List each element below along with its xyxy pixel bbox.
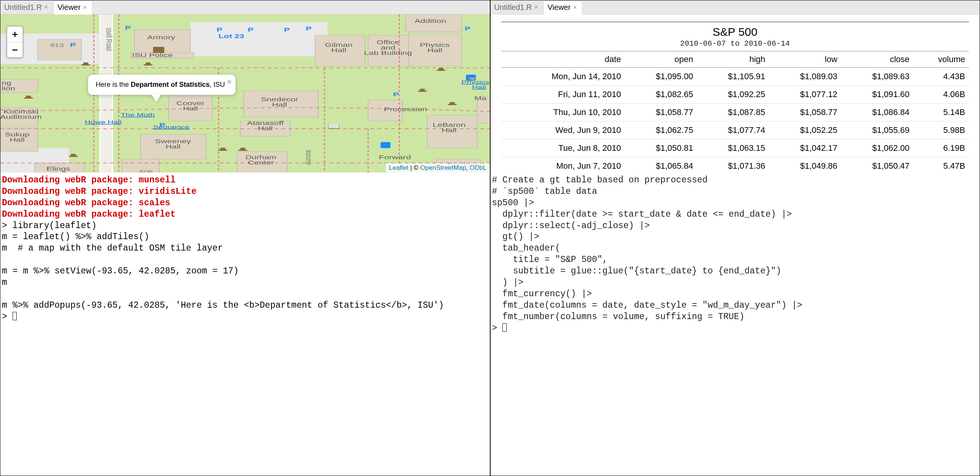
svg-text:DurhamCenter: DurhamCenter <box>245 154 276 165</box>
col-low: low <box>769 51 841 68</box>
svg-rect-40 <box>146 62 151 64</box>
svg-text:ISU Police: ISU Police <box>132 52 173 58</box>
svg-text:PhysicsHall: PhysicsHall <box>461 79 489 90</box>
map-attribution: Leaflet | © OpenStreetMap, ODbL <box>386 163 489 173</box>
map-viewer[interactable]: P P P P P P P P P <box>0 14 490 173</box>
left-tabs: Untitled1.R × Viewer × <box>0 0 490 14</box>
map-canvas: P P P P P P P P P <box>0 14 490 173</box>
table-title: S&P 500 <box>501 22 969 39</box>
svg-text:Armory: Armory <box>147 34 175 40</box>
svg-rect-46 <box>420 89 425 91</box>
table-row: Wed, Jun 9, 2010$1,062.75$1,077.74$1,052… <box>501 121 969 139</box>
svg-rect-37 <box>82 64 90 65</box>
svg-rect-34 <box>26 96 31 97</box>
svg-text:Howe Hall: Howe Hall <box>85 119 122 125</box>
table-viewer: S&P 500 2010-06-07 to 2010-06-14 dateope… <box>491 14 980 173</box>
svg-text:P: P <box>393 91 399 97</box>
svg-rect-48 <box>438 68 443 70</box>
svg-rect-43 <box>239 150 247 151</box>
r-console-left[interactable]: Downloading webR package: munsell Downlo… <box>0 173 490 476</box>
svg-rect-50 <box>450 102 455 104</box>
close-icon[interactable]: × <box>83 4 87 11</box>
svg-text:P: P <box>248 27 253 32</box>
svg-rect-47 <box>437 70 446 71</box>
svg-text:Aurora: Aurora <box>303 150 313 165</box>
table-row: Thu, Jun 10, 2010$1,058.77$1,087.85$1,05… <box>501 104 969 121</box>
popup-text-prefix: Here is the <box>96 81 131 88</box>
svg-rect-42 <box>220 148 225 150</box>
svg-text:606: 606 <box>140 169 153 173</box>
svg-text:Forward: Forward <box>379 154 411 160</box>
svg-text:P: P <box>70 42 76 48</box>
close-icon[interactable]: × <box>227 77 232 87</box>
col-high: high <box>697 51 769 68</box>
r-console-right[interactable]: # Create a gt table based on preprocesse… <box>491 173 980 476</box>
tab-label: Untitled1.R <box>4 3 42 12</box>
svg-rect-49 <box>448 104 457 105</box>
svg-rect-53 <box>380 142 390 148</box>
table-header-row: dateopenhighlowclosevolume <box>501 51 969 68</box>
col-close: close <box>841 51 913 68</box>
odbl-link[interactable]: ODbL <box>470 164 486 171</box>
svg-text:P: P <box>125 25 131 30</box>
table-row: Tue, Jun 8, 2010$1,050.81$1,063.15$1,042… <box>501 139 969 157</box>
popup-text-bold: Department of Statistics <box>131 81 210 88</box>
map-popup: × Here is the Department of Statistics, … <box>88 75 236 95</box>
col-volume: volume <box>913 51 969 68</box>
osm-link[interactable]: OpenStreetMap <box>420 164 466 171</box>
svg-text:P: P <box>217 27 222 32</box>
svg-text:813: 813 <box>50 42 64 48</box>
svg-rect-39 <box>144 64 152 65</box>
svg-text:KocimskiAuditorium: KocimskiAuditorium <box>0 109 42 120</box>
tab-untitled-left[interactable]: Untitled1.R × <box>0 0 53 14</box>
table-row: Mon, Jun 7, 2010$1,065.84$1,071.36$1,049… <box>501 157 969 173</box>
svg-text:P: P <box>465 26 470 31</box>
svg-rect-44 <box>240 148 245 150</box>
svg-text:P: P <box>306 26 311 31</box>
svg-text:Sequence: Sequence <box>153 124 190 130</box>
leaflet-link[interactable]: Leaflet <box>389 164 408 171</box>
svg-rect-35 <box>69 156 78 157</box>
left-pane: Untitled1.R × Viewer × <box>0 0 490 476</box>
sp500-table: dateopenhighlowclosevolume Mon, Jun 14, … <box>501 51 969 173</box>
popup-tail <box>151 94 162 102</box>
svg-text:P: P <box>284 27 290 32</box>
svg-text:ssell Road: ssell Road <box>104 28 114 51</box>
table-row: Fri, Jun 11, 2010$1,082.65$1,092.25$1,07… <box>501 86 969 104</box>
svg-text:Procession: Procession <box>384 106 427 112</box>
svg-rect-36 <box>71 154 76 156</box>
right-tabs: Untitled1.R × Viewer × <box>491 0 980 14</box>
svg-text:Ma: Ma <box>475 95 487 101</box>
svg-rect-38 <box>83 62 88 64</box>
tab-viewer-right[interactable]: Viewer × <box>543 0 582 14</box>
close-icon[interactable]: × <box>44 3 48 11</box>
tab-label: Viewer <box>547 3 571 12</box>
svg-text:The Moth: The Moth <box>121 112 155 118</box>
svg-rect-45 <box>418 91 427 92</box>
tab-untitled-right[interactable]: Untitled1.R × <box>491 0 544 14</box>
svg-rect-33 <box>24 97 33 99</box>
tab-label: Untitled1.R <box>494 3 532 12</box>
tab-label: Viewer <box>58 3 81 12</box>
popup-text-suffix: , ISU <box>210 81 225 88</box>
zoom-out-button[interactable]: − <box>7 42 22 57</box>
close-icon[interactable]: × <box>573 4 577 11</box>
zoom-controls: + − <box>6 26 23 58</box>
table-subtitle: 2010-06-07 to 2010-06-14 <box>501 39 969 51</box>
table-row: Mon, Jun 14, 2010$1,095.00$1,105.91$1,08… <box>501 68 969 86</box>
col-date: date <box>501 51 625 68</box>
right-pane: Untitled1.R × Viewer × S&P 500 2010-06-0… <box>490 0 980 476</box>
svg-text:Lot 23: Lot 23 <box>218 33 244 39</box>
zoom-in-button[interactable]: + <box>7 27 22 42</box>
svg-text:Addition: Addition <box>415 18 446 24</box>
svg-text:ElingsHall: ElingsHall <box>47 166 70 173</box>
close-icon[interactable]: × <box>534 3 538 11</box>
leaflet-map[interactable]: P P P P P P P P P <box>0 14 490 173</box>
col-open: open <box>625 51 697 68</box>
svg-text:📖: 📖 <box>327 123 340 131</box>
tab-viewer-left[interactable]: Viewer × <box>53 0 93 14</box>
svg-rect-41 <box>218 150 227 151</box>
